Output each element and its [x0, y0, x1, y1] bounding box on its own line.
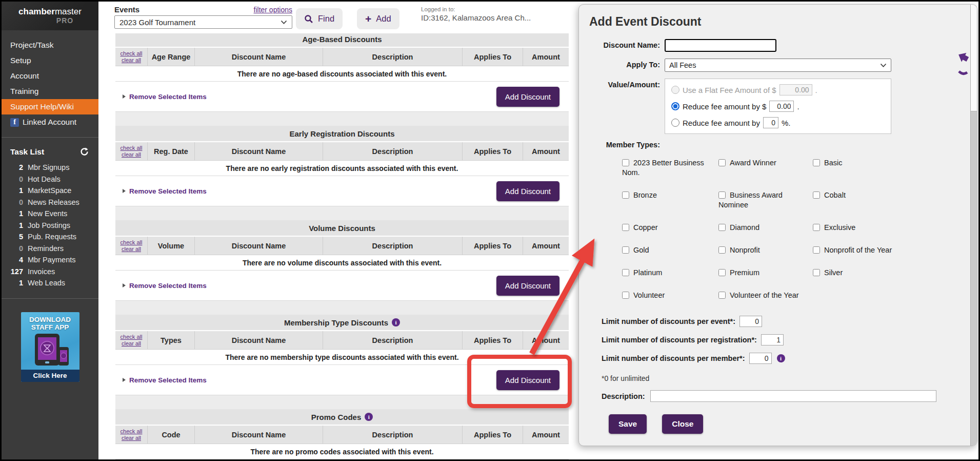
remove-selected-items-link[interactable]: Remove Selected Items [123, 376, 207, 384]
event-select[interactable]: 2023 Golf Tournament [114, 15, 292, 29]
member-type-nonprofit[interactable]: Nonprofit [718, 245, 813, 255]
modal-scrollbar[interactable] [970, 5, 977, 446]
task-item-news-releases[interactable]: 0News Releases [2, 197, 98, 208]
clear-all-link[interactable]: clear all [122, 435, 141, 441]
sidebar-item-account[interactable]: Account [2, 68, 98, 84]
checkbox-icon[interactable] [813, 191, 820, 199]
remove-selected-items-link[interactable]: Remove Selected Items [123, 282, 207, 290]
task-item-job-postings[interactable]: 1Job Postings [2, 220, 98, 232]
member-type-diamond[interactable]: Diamond [718, 223, 813, 233]
task-item-marketspace[interactable]: 1MarketSpace [2, 185, 98, 197]
sidebar-item-label: Training [10, 87, 38, 96]
apply-to-select[interactable]: All Fees [665, 59, 891, 72]
clear-all-link[interactable]: clear all [122, 57, 141, 64]
member-type-platinum[interactable]: Platinum [622, 268, 718, 278]
task-item-pub-requests[interactable]: 5Pub. Requests [2, 231, 98, 243]
download-staff-app-banner[interactable]: DOWNLOADSTAFF APP Click Here [21, 312, 79, 382]
add-discount-button[interactable]: Add Discount [496, 181, 559, 201]
checkbox-icon[interactable] [622, 246, 629, 254]
triangle-icon [123, 378, 126, 382]
task-item-invoices[interactable]: 127Invoices [2, 266, 98, 278]
member-type-volunteer-of-the-year[interactable]: Volunteer of the Year [718, 291, 813, 300]
checkbox-icon[interactable] [813, 269, 820, 276]
member-type-copper[interactable]: Copper [622, 223, 718, 233]
task-item-hot-deals[interactable]: 0Hot Deals [2, 174, 98, 185]
topbar: Events filter options 2023 Golf Tourname… [98, 2, 581, 33]
checkbox-icon[interactable] [718, 224, 726, 231]
amount-input[interactable] [779, 84, 812, 95]
refresh-icon[interactable] [79, 147, 89, 157]
member-type-bronze[interactable]: Bronze [622, 190, 718, 210]
clear-all-link[interactable]: clear all [122, 340, 141, 347]
member-type-volunteer[interactable]: Volunteer [622, 291, 718, 300]
add-button[interactable]: + Add [357, 8, 399, 29]
member-type-2023-better-business-nom[interactable]: 2023 Better Business Nom. [622, 158, 718, 178]
check-all-link[interactable]: check all [121, 334, 143, 340]
member-type-award-winner[interactable]: Award Winner [718, 158, 813, 178]
close-button[interactable]: Close [662, 414, 703, 434]
info-icon[interactable]: i [777, 354, 785, 362]
radio-unselected-icon[interactable] [671, 119, 679, 127]
section-title: Age-Based Discounts [115, 31, 569, 47]
info-icon[interactable]: i [392, 318, 400, 326]
member-type-silver[interactable]: Silver [813, 268, 909, 278]
find-button[interactable]: Find [296, 8, 343, 29]
task-item-reminders[interactable]: 0Reminders [2, 243, 98, 255]
save-button[interactable]: Save [609, 414, 647, 434]
sidebar-item-training[interactable]: Training [2, 84, 98, 99]
member-type-premium[interactable]: Premium [718, 268, 813, 278]
sidebar-item-linked-account[interactable]: fLinked Account [2, 114, 98, 130]
add-discount-button[interactable]: Add Discount [496, 370, 559, 390]
discount-name-input[interactable] [665, 39, 776, 52]
task-item-mbr-payments[interactable]: 4Mbr Payments [2, 254, 98, 266]
checkbox-icon[interactable] [718, 292, 726, 299]
add-discount-button[interactable]: Add Discount [496, 276, 559, 296]
check-all-link[interactable]: check all [121, 428, 143, 435]
checkbox-icon[interactable] [813, 224, 820, 231]
member-type-exclusive[interactable]: Exclusive [813, 223, 909, 233]
checkbox-icon[interactable] [622, 269, 629, 276]
radio-selected-icon[interactable] [671, 102, 679, 110]
remove-selected-items-link[interactable]: Remove Selected Items [123, 187, 207, 195]
amount-input[interactable] [769, 101, 794, 112]
info-icon[interactable]: i [365, 413, 373, 421]
clear-all-link[interactable]: clear all [122, 151, 141, 158]
checkbox-icon[interactable] [622, 292, 629, 299]
task-item-web-leads[interactable]: 1Web Leads [2, 277, 98, 289]
checkbox-icon[interactable] [813, 159, 820, 166]
checkbox-icon[interactable] [718, 159, 726, 166]
filter-options-link[interactable]: filter options [254, 6, 292, 14]
sidebar-item-project-task[interactable]: Project/Task [2, 37, 98, 53]
checkbox-icon[interactable] [718, 191, 726, 199]
checkbox-icon[interactable] [718, 269, 726, 276]
popout-icon[interactable] [957, 48, 969, 82]
member-type-business-award-nominee[interactable]: Business Award Nominee [718, 190, 813, 210]
check-all-link[interactable]: check all [121, 145, 143, 151]
checkbox-icon[interactable] [622, 191, 629, 199]
remove-selected-items-link[interactable]: Remove Selected Items [123, 93, 207, 101]
add-discount-button[interactable]: Add Discount [496, 87, 559, 107]
check-all-link[interactable]: check all [121, 50, 143, 57]
checkbox-icon[interactable] [813, 246, 820, 254]
limit-input[interactable] [739, 316, 762, 327]
section-spacer [115, 206, 569, 220]
description-input[interactable] [650, 390, 936, 402]
checkbox-icon[interactable] [622, 159, 629, 166]
member-type-nonprofit-of-the-year[interactable]: Nonprofit of the Year [813, 245, 909, 255]
limit-input[interactable] [749, 353, 772, 364]
radio-unselected-icon[interactable] [671, 86, 679, 94]
check-all-link[interactable]: check all [121, 239, 143, 246]
clear-all-link[interactable]: clear all [122, 246, 141, 253]
amount-input[interactable] [763, 117, 778, 128]
sidebar-item-setup[interactable]: Setup [2, 53, 98, 68]
sidebar-item-support-help-wiki[interactable]: Support Help/Wiki [2, 99, 98, 114]
checkbox-icon[interactable] [622, 224, 629, 231]
limit-input[interactable] [761, 334, 784, 345]
member-type-basic[interactable]: Basic [813, 158, 909, 178]
staff-app-click-here[interactable]: Click Here [21, 370, 79, 382]
member-type-gold[interactable]: Gold [622, 245, 718, 255]
task-item-mbr-signups[interactable]: 2Mbr Signups [2, 162, 98, 174]
task-item-new-events[interactable]: 1New Events [2, 208, 98, 220]
checkbox-icon[interactable] [718, 246, 726, 254]
member-type-cobalt[interactable]: Cobalt [813, 190, 909, 210]
